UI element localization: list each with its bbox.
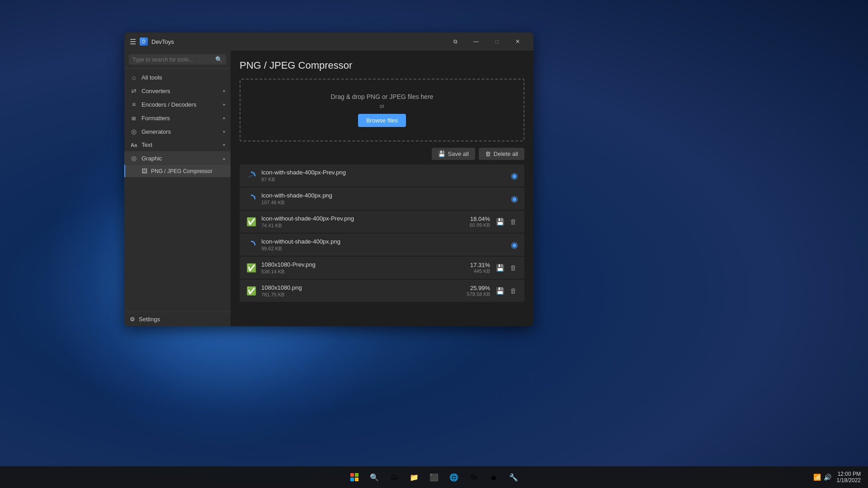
widgets-button[interactable]: ⬛: [425, 468, 443, 486]
compression-pct: 18.04%: [458, 216, 490, 222]
browse-files-button[interactable]: Browse files: [358, 114, 406, 127]
sidebar: 🔍 ⌂ All tools ⇄ Converters ▾ ≡ Encoders …: [124, 51, 231, 326]
png-jpeg-icon: 🖼: [142, 168, 147, 174]
file-actions: 💾 🗑: [495, 286, 518, 296]
table-row: ✅ 1080x1080-Prev.png 538.14 KB 17.31% 44…: [240, 257, 524, 279]
network-icon[interactable]: 📶: [813, 474, 821, 481]
taskbar-clock[interactable]: 12:00 PM 1/18/2022: [837, 471, 861, 483]
explorer-button[interactable]: 📁: [405, 468, 423, 486]
file-info: Icon-without-shade-400px.png 99.62 KB: [261, 238, 506, 251]
success-icon: ✅: [246, 286, 256, 296]
search-taskbar-button[interactable]: 🔍: [365, 468, 383, 486]
save-file-button[interactable]: 💾: [495, 216, 506, 227]
file-actions: ◉: [511, 240, 518, 250]
file-size: 99.62 KB: [261, 246, 506, 251]
sidebar-item-graphic[interactable]: ◎ Graphic ▴: [124, 151, 231, 165]
file-name: Icon-without-shade-400px.png: [261, 238, 506, 245]
time-display: 12:00 PM: [837, 471, 861, 477]
file-compression: 17.31% 445 KB: [458, 262, 490, 274]
file-compression: 18.04% 60.99 KB: [458, 216, 490, 228]
search-input[interactable]: [132, 56, 212, 63]
graphic-chevron: ▴: [223, 156, 225, 161]
svg-rect-4: [355, 478, 359, 481]
text-label: Text: [142, 141, 219, 148]
sidebar-item-encoders[interactable]: ≡ Encoders / Decoders ▾: [124, 98, 231, 111]
converters-icon: ⇄: [130, 87, 138, 94]
snap-button[interactable]: ⧉: [445, 34, 466, 49]
settings-item[interactable]: ⚙ Settings: [124, 312, 231, 326]
hamburger-icon[interactable]: ☰: [130, 38, 136, 46]
start-button[interactable]: [345, 468, 363, 486]
sidebar-item-text[interactable]: Aa Text ▾: [124, 138, 231, 151]
store-button[interactable]: 🛍: [465, 468, 483, 486]
file-status-icon: [246, 239, 257, 250]
delete-file-button[interactable]: 🗑: [509, 216, 518, 227]
text-chevron: ▾: [223, 142, 225, 147]
file-name: Icon-without-shade-400px-Prev.png: [261, 215, 454, 222]
svg-rect-3: [350, 478, 354, 481]
app-window: ☰ D DevToys ⧉ — □ ✕ 🔍 ⌂: [124, 33, 533, 326]
delete-all-button[interactable]: 🗑 Delete all: [479, 148, 524, 160]
drop-or: or: [254, 103, 510, 109]
text-icon: Aa: [130, 142, 138, 148]
task-view-button[interactable]: 🗂: [385, 468, 403, 486]
loading-spinner-icon: [247, 240, 256, 249]
file-size: 538.14 KB: [261, 269, 454, 274]
generators-chevron: ▾: [223, 129, 225, 134]
devtoys-taskbar-icon[interactable]: 🔧: [505, 468, 523, 486]
compression-pct: 17.31%: [458, 262, 490, 268]
encoders-label: Encoders / Decoders: [142, 101, 219, 108]
delete-file-button[interactable]: 🗑: [509, 263, 518, 273]
delete-file-button[interactable]: 🗑: [509, 286, 518, 296]
volume-icon[interactable]: 🔊: [824, 474, 831, 481]
home-icon: ⌂: [130, 74, 138, 81]
formatters-chevron: ▾: [223, 116, 225, 121]
table-row: Icon-with-shade-400px.png 107.46 KB ◉: [240, 188, 524, 210]
window-controls: ⧉ — □ ✕: [445, 34, 528, 49]
maximize-button[interactable]: □: [486, 34, 507, 49]
taskbar: 🔍 🗂 📁 ⬛ 🌐 🛍 ◆ 🔧 📶 🔊 12:00 PM 1/18/2022: [0, 466, 868, 488]
taskbar-center: 🔍 🗂 📁 ⬛ 🌐 🛍 ◆ 🔧: [345, 468, 523, 486]
file-name: Icon-with-shade-400px-Prev.png: [261, 169, 506, 176]
sidebar-item-formatters[interactable]: ≣ Formatters ▾: [124, 111, 231, 125]
svg-rect-2: [355, 473, 359, 477]
browser-button[interactable]: 🌐: [445, 468, 463, 486]
drop-zone[interactable]: Drag & drop PNG or JPEG files here or Br…: [240, 79, 524, 141]
save-file-button[interactable]: 💾: [495, 286, 506, 296]
sidebar-item-generators[interactable]: ◎ Generators ▾: [124, 125, 231, 138]
generators-label: Generators: [142, 128, 219, 135]
close-button[interactable]: ✕: [507, 34, 528, 49]
app-icon-1[interactable]: ◆: [485, 468, 503, 486]
sidebar-item-png-jpeg[interactable]: 🖼 PNG / JPEG Compressor: [124, 165, 231, 177]
file-size: 107.46 KB: [261, 200, 506, 205]
minimize-button[interactable]: —: [466, 34, 486, 49]
compression-pct: 25.99%: [458, 285, 490, 291]
svg-line-0: [248, 174, 255, 178]
save-file-button[interactable]: 💾: [495, 263, 506, 273]
file-info: Icon-with-shade-400px.png 107.46 KB: [261, 192, 506, 205]
main-layout: 🔍 ⌂ All tools ⇄ Converters ▾ ≡ Encoders …: [124, 51, 533, 326]
date-display: 1/18/2022: [837, 477, 861, 483]
formatters-icon: ≣: [130, 114, 138, 122]
table-row: ✅ 1080x1080.png 781.75 KB 25.99% 578.58 …: [240, 280, 524, 302]
processing-icon: ◉: [511, 240, 518, 250]
png-jpeg-label: PNG / JPEG Compressor: [151, 168, 212, 174]
page-title: PNG / JPEG Compressor: [240, 60, 524, 71]
table-row: Icon-without-shade-400px.png 99.62 KB ◉: [240, 234, 524, 256]
sidebar-item-all-tools[interactable]: ⌂ All tools: [124, 70, 231, 84]
success-icon: ✅: [246, 263, 256, 273]
file-info: Icon-with-shade-400px-Prev.png 87 KB: [261, 169, 506, 182]
file-info: 1080x1080.png 781.75 KB: [261, 284, 454, 297]
save-all-button[interactable]: 💾 Save all: [432, 148, 475, 160]
file-name: 1080x1080.png: [261, 284, 454, 291]
compressed-size: 60.99 KB: [458, 222, 490, 228]
search-icon[interactable]: 🔍: [215, 56, 222, 63]
processing-icon: ◉: [511, 171, 518, 181]
converters-chevron: ▾: [223, 89, 225, 94]
graphic-label: Graphic: [142, 155, 219, 162]
sidebar-item-converters[interactable]: ⇄ Converters ▾: [124, 84, 231, 98]
svg-rect-1: [350, 473, 354, 477]
file-status-icon: [246, 193, 257, 204]
file-actions: ◉: [511, 194, 518, 204]
table-row: ✅ Icon-without-shade-400px-Prev.png 74.4…: [240, 211, 524, 233]
